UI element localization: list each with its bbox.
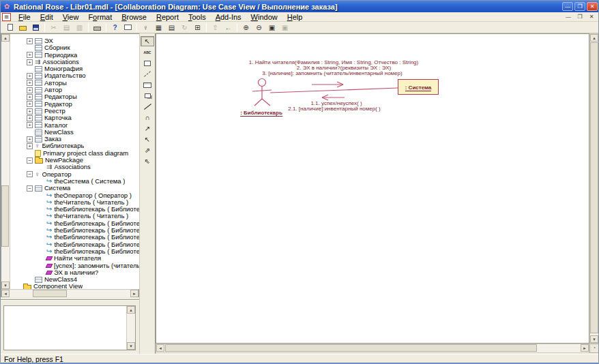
pan-corner-icon[interactable]: ◔: [589, 344, 599, 353]
view-documentation-button[interactable]: [121, 22, 134, 33]
browse-class-diagram-button[interactable]: ▦: [152, 22, 165, 33]
tree-item[interactable]: theБиблиотекарь ( Библиотекарь ): [10, 206, 139, 213]
system-object-label[interactable]: : Система: [405, 85, 432, 91]
tree-item[interactable]: +Associations: [10, 59, 139, 65]
scroll-up-icon[interactable]: ▲: [127, 306, 135, 314]
close-button[interactable]: ✕: [587, 2, 598, 11]
expand-icon[interactable]: +: [27, 59, 33, 65]
object-tool[interactable]: [141, 80, 154, 90]
scroll-thumb[interactable]: [1, 185, 9, 247]
system-object-box[interactable]: : Система: [398, 79, 439, 95]
expand-icon[interactable]: +: [27, 38, 33, 44]
restore-button[interactable]: ❐: [574, 2, 585, 11]
tree-item[interactable]: [успех]: запомнить (читатель/инвентарный…: [10, 262, 139, 269]
tree-item[interactable]: +Редактор: [10, 101, 139, 108]
mdi-restore-button[interactable]: ❐: [575, 13, 585, 21]
menu-report[interactable]: Report: [151, 12, 184, 22]
scroll-thumb[interactable]: [590, 42, 598, 333]
reverse-link-message-tool[interactable]: ↖: [141, 134, 154, 145]
tree-item[interactable]: +Периодика: [10, 52, 139, 59]
tree-item[interactable]: Сборник: [10, 44, 139, 51]
collapse-icon[interactable]: −: [27, 171, 33, 177]
expand-icon[interactable]: +: [27, 143, 33, 149]
menu-edit[interactable]: Edit: [35, 12, 58, 22]
expand-icon[interactable]: +: [27, 108, 33, 115]
anchor-note-to-item-tool[interactable]: [141, 69, 154, 79]
tree-item[interactable]: +Библиотекарь: [10, 142, 139, 149]
minimize-button[interactable]: —: [562, 2, 573, 11]
zoom-out-button[interactable]: ⊖: [252, 22, 265, 33]
menu-view[interactable]: View: [58, 12, 84, 22]
tree-item[interactable]: theЧитатель ( Читатель ): [10, 199, 139, 206]
menu-addins[interactable]: Add-Ins: [211, 12, 246, 22]
tree-item[interactable]: +Автор: [10, 87, 139, 93]
mdi-child-icon[interactable]: ▦: [2, 13, 11, 21]
tree-item[interactable]: theСистема ( Система ): [10, 178, 139, 185]
tree-item[interactable]: −NewPackage: [10, 157, 139, 164]
class-instance-tool[interactable]: [141, 91, 154, 101]
expand-icon[interactable]: +: [27, 80, 33, 86]
browse-interaction-diagram-button[interactable]: ▤: [165, 22, 178, 33]
tree-item[interactable]: +ЭХ: [10, 37, 139, 44]
object-link-tool[interactable]: [141, 102, 154, 112]
save-button[interactable]: [29, 22, 42, 33]
tree-horizontal-scrollbar[interactable]: ◄ ►: [1, 289, 138, 297]
title-bar[interactable]: ✿ Rational Rose - Libr01.mdl - [Collabor…: [1, 1, 599, 12]
documentation-panel[interactable]: ▲ ▼: [3, 305, 136, 350]
expand-icon[interactable]: +: [27, 94, 33, 100]
mdi-minimize-button[interactable]: —: [564, 13, 573, 21]
scroll-right-icon[interactable]: ►: [130, 290, 138, 297]
scroll-down-icon[interactable]: ▼: [590, 335, 598, 343]
link-message-tool[interactable]: ↗: [141, 123, 154, 134]
message-3[interactable]: 3. [наличие]: запомнить (читатель/инвент…: [262, 70, 402, 76]
expand-icon[interactable]: +: [27, 73, 33, 79]
tree-item[interactable]: Component View: [10, 283, 139, 289]
browse-component-diagram-button[interactable]: ⊞: [191, 22, 204, 33]
expand-icon[interactable]: +: [27, 87, 33, 93]
tree-item[interactable]: Монография: [10, 65, 139, 72]
doc-vertical-scrollbar[interactable]: ▲ ▼: [126, 306, 135, 350]
tree-item[interactable]: Найти читателя: [10, 255, 139, 262]
expand-icon[interactable]: +: [27, 115, 33, 121]
tree-item[interactable]: +Каталог: [10, 122, 139, 129]
context-help-button[interactable]: ?: [108, 22, 121, 33]
menu-file[interactable]: File: [14, 12, 35, 22]
text-box-tool[interactable]: ABC: [141, 47, 154, 57]
tree-item[interactable]: theБиблиотекарь ( Библиотекарь ): [10, 220, 139, 227]
note-tool[interactable]: [141, 58, 154, 68]
menu-window[interactable]: Window: [246, 12, 282, 22]
tree-item[interactable]: +Авторы: [10, 80, 139, 87]
scroll-up-icon[interactable]: ▲: [590, 34, 598, 42]
collapse-icon[interactable]: −: [27, 157, 33, 164]
collaboration-diagram-canvas[interactable]: 1. Найти читателя(Фамилия : String, Имя …: [156, 33, 589, 344]
scroll-down-icon[interactable]: ▼: [127, 342, 135, 350]
tree-item[interactable]: theБиблиотекарь ( Библиотекарь ): [10, 234, 139, 241]
canvas-horizontal-scrollbar[interactable]: ◄ ►: [156, 344, 589, 353]
expand-icon[interactable]: +: [27, 52, 33, 58]
actor-label[interactable]: : Библиотекарь: [240, 110, 282, 117]
tree-item[interactable]: theБиблиотекарь ( Библиотекарь ): [10, 248, 139, 255]
expand-icon[interactable]: +: [27, 122, 33, 128]
data-token-tool[interactable]: ⇗: [141, 145, 154, 155]
tree-item[interactable]: theОператор ( Оператор ): [10, 192, 139, 199]
scroll-up-icon[interactable]: ▲: [1, 34, 10, 42]
menu-tools[interactable]: Tools: [184, 12, 211, 22]
canvas-vertical-scrollbar[interactable]: ▲ ▼: [589, 33, 599, 344]
menu-browse[interactable]: Browse: [117, 12, 151, 22]
actor-head[interactable]: [259, 79, 266, 87]
tree-item[interactable]: +Издательство: [10, 72, 139, 79]
scroll-left-icon[interactable]: ◄: [156, 344, 164, 352]
expand-icon[interactable]: +: [27, 101, 33, 107]
scroll-right-icon[interactable]: ►: [581, 344, 589, 352]
collapse-icon[interactable]: −: [27, 185, 33, 192]
tree-item[interactable]: −Система: [10, 185, 139, 192]
tree-item[interactable]: +Карточка: [10, 115, 139, 121]
scroll-left-icon[interactable]: ◄: [1, 290, 10, 297]
menu-format[interactable]: Format: [83, 12, 117, 22]
menu-help[interactable]: Help: [282, 12, 308, 22]
scroll-down-icon[interactable]: ▼: [1, 282, 10, 289]
message-2-1[interactable]: 2.1. [наличие]:инвентарный номер( ): [288, 106, 380, 112]
expand-icon[interactable]: +: [27, 136, 33, 142]
scroll-thumb[interactable]: [165, 344, 537, 352]
tree-item[interactable]: NewClass4: [10, 276, 139, 283]
